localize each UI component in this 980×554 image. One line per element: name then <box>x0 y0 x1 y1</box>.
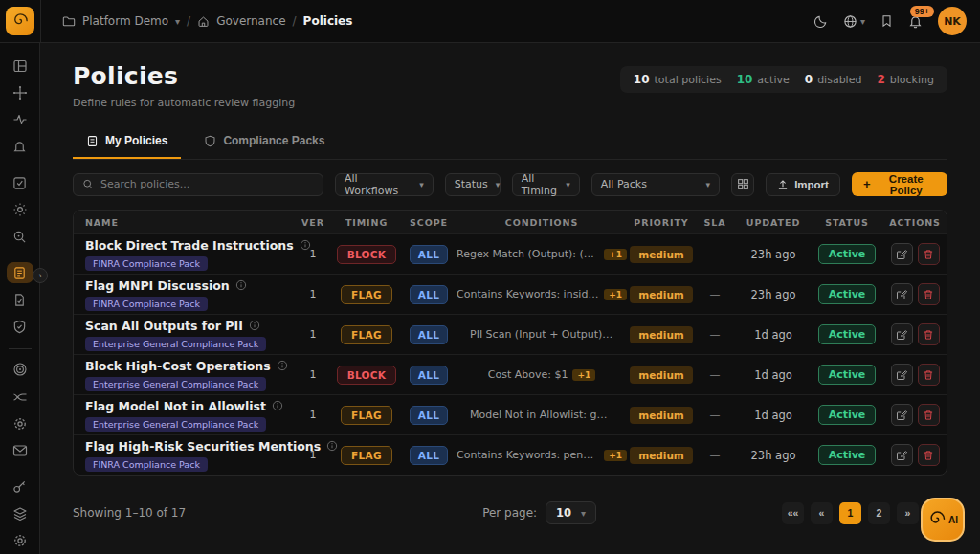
page-button-««[interactable]: «« <box>782 502 804 524</box>
bookmark-icon <box>880 14 893 28</box>
table-row[interactable]: Flag Model Not in Allowlist Enterprise G… <box>74 394 947 434</box>
stat-blocking: 2blocking <box>877 73 934 86</box>
policy-name: Flag High-Risk Securities Mentions <box>85 439 321 454</box>
page-button-2[interactable]: 2 <box>868 502 890 524</box>
trash-icon <box>923 450 934 461</box>
table-header-row: NAMEVERTIMINGSCOPECONDITIONSPRIORITYSLAU… <box>74 211 947 233</box>
table-row[interactable]: Flag MNPI Discussion FINRA Compliance Pa… <box>74 274 947 314</box>
settings-icon[interactable] <box>7 530 33 551</box>
page-button-»[interactable]: » <box>897 502 919 524</box>
breadcrumb: Platform Demo ▾ / Governance / Policies <box>62 14 352 28</box>
policy-name: Block High-Cost Operations <box>85 359 271 373</box>
edit-button[interactable] <box>891 404 913 426</box>
import-button[interactable]: Import <box>766 173 840 196</box>
delete-button[interactable] <box>918 444 940 466</box>
gear-icon[interactable] <box>7 413 33 434</box>
delete-button[interactable] <box>918 283 940 305</box>
layout-icon[interactable] <box>7 55 33 77</box>
target-icon[interactable] <box>7 359 33 380</box>
edit-button[interactable] <box>891 283 913 305</box>
info-icon[interactable] <box>249 320 260 331</box>
policy-name-cell: Block Direct Trade Instructions FINRA Co… <box>74 238 294 271</box>
dark-mode-toggle[interactable] <box>813 14 828 29</box>
bell-icon[interactable] <box>7 136 33 157</box>
edit-button[interactable] <box>891 323 913 345</box>
bookmarks-button[interactable] <box>880 14 893 28</box>
sidebar-expand-handle[interactable]: › <box>33 268 48 283</box>
policy-name: Flag Model Not in Allowlist <box>85 399 266 413</box>
tab-bar: My Policies Compliance Packs <box>73 125 947 160</box>
workflows-filter[interactable]: All Workflows▾ <box>335 173 434 196</box>
table-row[interactable]: Scan All Outputs for PII Enterprise Gene… <box>74 314 947 354</box>
delete-button[interactable] <box>918 404 940 426</box>
timing-filter[interactable]: All Timing▾ <box>512 173 580 196</box>
activity-icon[interactable] <box>7 109 33 130</box>
edit-button[interactable] <box>891 444 913 466</box>
moon-icon <box>813 14 828 29</box>
page-button-1[interactable]: 1 <box>839 502 861 524</box>
column-header-scope: SCOPE <box>401 217 457 228</box>
version-cell: 1 <box>294 248 332 260</box>
policy-document-icon[interactable] <box>7 262 33 283</box>
move-icon[interactable] <box>7 82 33 103</box>
info-icon[interactable] <box>235 279 247 291</box>
language-selector[interactable]: ▾ <box>843 14 865 29</box>
trash-icon <box>923 410 934 421</box>
delete-button[interactable] <box>918 364 940 386</box>
delete-button[interactable] <box>918 243 940 265</box>
check-square-icon[interactable] <box>7 172 33 193</box>
status-filter[interactable]: Status▾ <box>445 173 501 196</box>
sla-cell: — <box>696 248 734 260</box>
breadcrumb-project[interactable]: Platform Demo <box>82 14 168 28</box>
sla-cell: — <box>696 449 734 461</box>
notifications-button[interactable]: 99+ <box>908 14 923 29</box>
chevron-down-icon[interactable]: ▾ <box>175 16 180 27</box>
shuffle-icon[interactable] <box>7 387 33 408</box>
table-footer: Showing 1–10 of 17 Per page: 10▾ «««12»»… <box>73 501 947 524</box>
grid-view-toggle[interactable] <box>731 173 754 196</box>
table-row[interactable]: Block High-Cost Operations Enterprise Ge… <box>74 354 947 394</box>
ai-assistant-button[interactable]: AI <box>921 498 965 542</box>
app-logo[interactable] <box>6 7 34 35</box>
layers-icon[interactable] <box>7 503 33 524</box>
chevron-down-icon: ▾ <box>566 180 570 189</box>
column-header-conditions: CONDITIONS <box>457 217 627 228</box>
avatar[interactable]: NK <box>938 7 967 35</box>
file-check-icon[interactable] <box>7 289 33 310</box>
edit-button[interactable] <box>891 364 913 386</box>
shield-check-icon[interactable] <box>7 316 33 337</box>
info-icon[interactable] <box>277 360 288 371</box>
tab-my-policies[interactable]: My Policies <box>73 125 181 159</box>
key-icon[interactable] <box>7 476 33 497</box>
mail-icon[interactable] <box>7 440 33 461</box>
delete-button[interactable] <box>918 323 940 345</box>
edit-button[interactable] <box>891 243 913 265</box>
compliance-pack-tag: Enterprise General Compliance Pack <box>85 377 266 391</box>
info-icon[interactable] <box>272 400 283 411</box>
search-input[interactable] <box>100 178 314 190</box>
column-header-updated: UPDATED <box>734 217 813 228</box>
page-button-«[interactable]: « <box>811 502 833 524</box>
trash-icon <box>923 289 934 300</box>
breadcrumb-section[interactable]: Governance <box>216 14 285 28</box>
table-row[interactable]: Flag High-Risk Securities Mentions FINRA… <box>74 434 947 475</box>
sun-icon[interactable] <box>7 199 33 220</box>
breadcrumb-separator: / <box>187 14 190 28</box>
per-page-select[interactable]: 10▾ <box>546 501 596 524</box>
column-header-actions: ACTIONS <box>881 217 947 228</box>
timing-badge: BLOCK <box>337 366 397 385</box>
policy-name-cell: Flag High-Risk Securities Mentions FINRA… <box>74 439 294 472</box>
column-header-sla: SLA <box>696 217 734 228</box>
extra-conditions-badge: +1 <box>604 249 627 260</box>
timing-badge: FLAG <box>341 285 392 304</box>
search-zoom-icon[interactable] <box>7 226 33 247</box>
sla-cell: — <box>696 409 734 421</box>
conditions-cell: PII Scan (Input + Output): all ca... <box>457 328 627 341</box>
policy-name: Flag MNPI Discussion <box>85 278 230 293</box>
status-badge: Active <box>818 445 877 465</box>
table-row[interactable]: Block Direct Trade Instructions FINRA Co… <box>74 233 947 274</box>
top-bar: Platform Demo ▾ / Governance / Policies … <box>0 0 980 43</box>
packs-filter[interactable]: All Packs▾ <box>591 173 720 196</box>
tab-compliance-packs[interactable]: Compliance Packs <box>190 125 338 159</box>
create-policy-button[interactable]: + Create Policy <box>852 172 947 196</box>
